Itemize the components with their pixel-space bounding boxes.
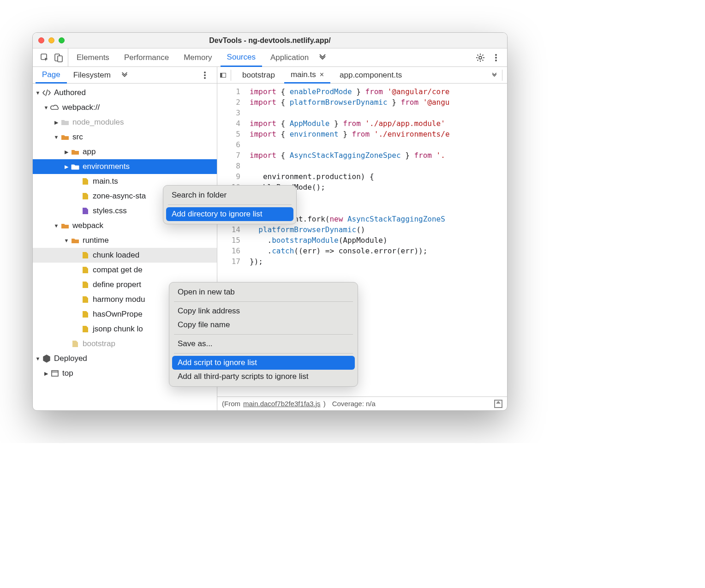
file-icon bbox=[81, 281, 90, 289]
filetab-app-component[interactable]: app.component.ts bbox=[333, 67, 408, 83]
filetab-bootstrap[interactable]: bootstrap bbox=[236, 67, 281, 83]
svg-point-5 bbox=[495, 57, 497, 59]
ctx-open-new-tab[interactable]: Open in new tab bbox=[172, 285, 355, 299]
subtab-filesystem[interactable]: Filesystem bbox=[67, 67, 117, 83]
ctx-separator bbox=[174, 353, 353, 354]
svg-point-9 bbox=[204, 77, 206, 79]
sidebar-kebab-icon[interactable] bbox=[199, 70, 210, 81]
ctx-copy-name[interactable]: Copy file name bbox=[172, 318, 355, 332]
file-icon bbox=[81, 310, 90, 318]
titlebar: DevTools - ng-devtools.netlify.app/ bbox=[33, 33, 507, 48]
devtools-window: DevTools - ng-devtools.netlify.app/ Elem… bbox=[32, 32, 508, 411]
more-tabs-icon[interactable] bbox=[317, 52, 328, 63]
tree-environments[interactable]: ▶ environments bbox=[33, 159, 217, 174]
file-icon bbox=[81, 207, 90, 215]
folder-icon bbox=[71, 162, 80, 171]
svg-point-8 bbox=[204, 74, 206, 76]
tab-performance[interactable]: Performance bbox=[118, 48, 175, 66]
file-icon bbox=[81, 177, 90, 186]
tree-app[interactable]: ▶ app bbox=[33, 144, 217, 159]
tree-node-modules[interactable]: ▶ node_modules bbox=[33, 115, 217, 130]
close-window-button[interactable] bbox=[38, 37, 44, 43]
status-source-link[interactable]: main.dacof7b2fe3f1fa3.js bbox=[243, 400, 321, 408]
subtab-page[interactable]: Page bbox=[36, 67, 67, 84]
cube-icon bbox=[42, 354, 51, 363]
frame-icon bbox=[50, 369, 60, 378]
file-tabs: bootstrap main.ts × app.component.ts bbox=[217, 67, 507, 84]
ctx-separator bbox=[174, 301, 353, 302]
svg-point-7 bbox=[204, 72, 206, 73]
svg-point-3 bbox=[479, 56, 482, 59]
status-bar: (From main.dacof7b2fe3f1fa3.js ) Coverag… bbox=[217, 396, 507, 410]
tab-sources[interactable]: Sources bbox=[221, 49, 262, 67]
svg-rect-2 bbox=[58, 56, 62, 62]
ctx-separator bbox=[174, 334, 353, 335]
toolbar-left bbox=[36, 48, 68, 66]
status-coverage: Coverage: n/a bbox=[332, 400, 376, 408]
settings-icon[interactable] bbox=[475, 52, 486, 63]
traffic-lights bbox=[38, 37, 65, 43]
file-icon bbox=[81, 295, 90, 304]
sidebar-subtabs: Page Filesystem bbox=[33, 67, 217, 84]
status-close-paren: ) bbox=[323, 400, 326, 408]
svg-point-4 bbox=[495, 54, 497, 56]
tab-application[interactable]: Application bbox=[264, 48, 315, 66]
pretty-print-icon[interactable] bbox=[494, 400, 502, 408]
inspect-icon[interactable] bbox=[39, 52, 50, 63]
context-menu-folder: Search in folder Add directory to ignore… bbox=[163, 185, 297, 224]
folder-icon bbox=[60, 118, 70, 126]
devtools-tabbar: Elements Performance Memory Sources Appl… bbox=[33, 48, 507, 67]
ctx-save-as[interactable]: Save as... bbox=[172, 337, 355, 351]
status-from-label: (From bbox=[222, 400, 240, 408]
ctx-add-all-third-party[interactable]: Add all third-party scripts to ignore li… bbox=[172, 370, 355, 384]
tab-elements[interactable]: Elements bbox=[70, 48, 116, 66]
file-icon bbox=[81, 192, 90, 200]
file-icon bbox=[71, 340, 80, 348]
folder-open-icon bbox=[60, 222, 70, 230]
file-icon bbox=[81, 251, 90, 259]
ctx-add-dir-to-ignore[interactable]: Add directory to ignore list bbox=[166, 207, 293, 221]
navigator-toggle-icon[interactable] bbox=[220, 70, 231, 81]
tree-webpack-scheme[interactable]: ▼ webpack:// bbox=[33, 100, 217, 115]
ctx-search-in-folder[interactable]: Search in folder bbox=[166, 188, 293, 202]
file-icon bbox=[81, 266, 90, 274]
close-tab-icon[interactable]: × bbox=[320, 71, 324, 79]
svg-point-6 bbox=[495, 60, 497, 61]
kebab-menu-icon[interactable] bbox=[490, 52, 502, 63]
tree-authored[interactable]: ▼ Authored bbox=[33, 85, 217, 100]
device-toggle-icon[interactable] bbox=[53, 52, 64, 63]
tree-src[interactable]: ▼ src bbox=[33, 130, 217, 144]
minimize-window-button[interactable] bbox=[48, 37, 54, 43]
more-filetabs-icon[interactable] bbox=[491, 70, 502, 81]
tab-memory[interactable]: Memory bbox=[177, 48, 218, 66]
ctx-add-script-ignore[interactable]: Add script to ignore list bbox=[172, 356, 355, 370]
ctx-copy-link[interactable]: Copy link address bbox=[172, 304, 355, 318]
tree-chunk-loaded[interactable]: chunk loaded bbox=[33, 248, 217, 263]
tree-compat-get[interactable]: compat get de bbox=[33, 263, 217, 277]
more-subtabs-icon[interactable] bbox=[119, 70, 130, 81]
cloud-icon bbox=[50, 103, 60, 112]
svg-rect-10 bbox=[52, 371, 58, 376]
tree-runtime[interactable]: ▼ runtime bbox=[33, 233, 217, 248]
code-icon bbox=[42, 89, 51, 97]
folder-open-icon bbox=[60, 133, 70, 141]
maximize-window-button[interactable] bbox=[59, 37, 65, 43]
filetab-main-ts[interactable]: main.ts × bbox=[284, 67, 330, 84]
context-menu-file: Open in new tab Copy link address Copy f… bbox=[169, 282, 358, 387]
folder-open-icon bbox=[71, 236, 80, 245]
window-title: DevTools - ng-devtools.netlify.app/ bbox=[33, 36, 507, 45]
ctx-separator bbox=[168, 204, 292, 205]
file-icon bbox=[81, 325, 90, 333]
svg-rect-13 bbox=[221, 73, 222, 77]
folder-open-icon bbox=[71, 148, 80, 156]
